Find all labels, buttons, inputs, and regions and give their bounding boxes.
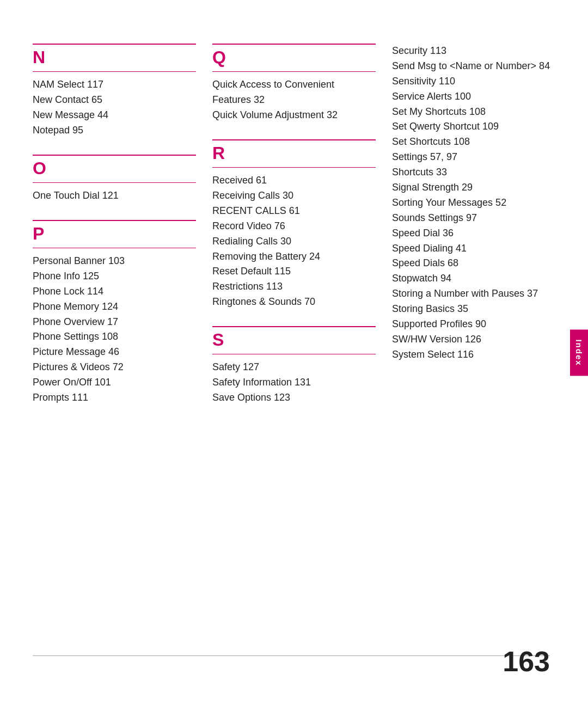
entry-storing-number-pauses: Storing a Number with Pauses 37 — [392, 286, 555, 302]
entry-pictures-videos: Pictures & Videos 72 — [33, 360, 196, 375]
section-header-P: P — [33, 220, 196, 243]
section-divider-Q — [212, 71, 376, 72]
entry-notepad: Notepad 95 — [33, 123, 196, 138]
column-2: Q Quick Access to Convenient Features 32… — [212, 44, 392, 422]
entry-safety-information: Safety Information 131 — [212, 375, 376, 390]
page: N NAM Select 117 New Contact 65 New Mess… — [0, 0, 588, 705]
section-letter-S: S — [212, 330, 224, 350]
section-header-Q: Q — [212, 44, 376, 67]
entry-settings: Settings 57, 97 — [392, 150, 555, 165]
section-N: N NAM Select 117 New Contact 65 New Mess… — [33, 44, 196, 138]
entry-sw-hw-version: SW/HW Version 126 — [392, 332, 555, 347]
entry-nam-select: NAM Select 117 — [33, 77, 196, 93]
entry-personal-banner: Personal Banner 103 — [33, 254, 196, 269]
entry-new-contact: New Contact 65 — [33, 93, 196, 108]
entry-sorting-messages: Sorting Your Messages 52 — [392, 195, 555, 211]
entry-record-video: Record Video 76 — [212, 219, 376, 234]
section-S-continued: Security 113 Send Msg to <Name or Number… — [392, 44, 555, 363]
entry-power-on-off: Power On/Off 101 — [33, 375, 196, 390]
section-R: R Received 61 Receiving Calls 30 RECENT … — [212, 139, 376, 310]
entry-phone-settings: Phone Settings 108 — [33, 329, 196, 345]
section-letter-O: O — [33, 158, 46, 178]
entry-restrictions: Restrictions 113 — [212, 279, 376, 295]
section-divider-P — [33, 248, 196, 248]
section-header-R: R — [212, 139, 376, 163]
section-S: S Safety 127 Safety Information 131 Save… — [212, 326, 376, 406]
entry-prompts: Prompts 111 — [33, 390, 196, 406]
entry-set-qwerty-shortcut: Set Qwerty Shortcut 109 — [392, 119, 555, 134]
bottom-rule — [33, 655, 550, 656]
entry-signal-strength: Signal Strength 29 — [392, 180, 555, 195]
entry-phone-overview: Phone Overview 17 — [33, 315, 196, 330]
entry-new-message: New Message 44 — [33, 108, 196, 123]
entry-recent-calls: RECENT CALLS 61 — [212, 204, 376, 219]
entry-speed-dial: Speed Dial 36 — [392, 226, 555, 241]
section-O: O One Touch Dial 121 — [33, 155, 196, 204]
entry-one-touch-dial: One Touch Dial 121 — [33, 188, 196, 204]
entry-picture-message: Picture Message 46 — [33, 345, 196, 360]
column-3: Security 113 Send Msg to <Name or Number… — [392, 44, 555, 422]
entry-removing-battery: Removing the Battery 24 — [212, 249, 376, 265]
section-divider-N — [33, 71, 196, 72]
entry-phone-lock: Phone Lock 114 — [33, 284, 196, 299]
entry-security: Security 113 — [392, 44, 555, 59]
entry-speed-dialing: Speed Dialing 41 — [392, 241, 555, 256]
section-letter-P: P — [33, 224, 44, 243]
entry-sounds-settings: Sounds Settings 97 — [392, 211, 555, 226]
entry-sensitivity: Sensitivity 110 — [392, 74, 555, 89]
index-tab: Index — [570, 329, 588, 376]
entry-phone-info: Phone Info 125 — [33, 269, 196, 284]
section-divider-O — [33, 182, 196, 183]
entry-quick-access: Quick Access to Convenient Features 32 — [212, 77, 376, 108]
entry-stopwatch: Stopwatch 94 — [392, 271, 555, 286]
entry-ringtones-sounds: Ringtones & Sounds 70 — [212, 295, 376, 310]
entry-storing-basics: Storing Basics 35 — [392, 302, 555, 317]
columns-wrapper: N NAM Select 117 New Contact 65 New Mess… — [33, 44, 555, 422]
section-P: P Personal Banner 103 Phone Info 125 Pho… — [33, 220, 196, 406]
section-letter-R: R — [212, 143, 225, 163]
entry-reset-default: Reset Default 115 — [212, 264, 376, 279]
entry-supported-profiles: Supported Profiles 90 — [392, 317, 555, 332]
entry-safety: Safety 127 — [212, 360, 376, 375]
entry-receiving-calls: Receiving Calls 30 — [212, 188, 376, 204]
entry-phone-memory: Phone Memory 124 — [33, 299, 196, 315]
section-header-S: S — [212, 326, 376, 350]
section-header-O: O — [33, 155, 196, 178]
entry-redialing-calls: Redialing Calls 30 — [212, 234, 376, 249]
entry-shortcuts: Shortcuts 33 — [392, 165, 555, 180]
entry-received: Received 61 — [212, 173, 376, 188]
entry-send-msg: Send Msg to <Name or Number> 84 — [392, 59, 555, 74]
page-number: 163 — [503, 645, 550, 678]
section-letter-Q: Q — [212, 47, 226, 67]
entry-speed-dials: Speed Dials 68 — [392, 256, 555, 271]
entry-set-shortcuts: Set Shortcuts 108 — [392, 134, 555, 150]
entry-set-my-shortcuts: Set My Shortcuts 108 — [392, 105, 555, 120]
entry-quick-volume: Quick Volume Adjustment 32 — [212, 108, 376, 123]
entry-save-options: Save Options 123 — [212, 390, 376, 406]
section-letter-N: N — [33, 47, 45, 67]
column-1: N NAM Select 117 New Contact 65 New Mess… — [33, 44, 212, 422]
section-Q: Q Quick Access to Convenient Features 32… — [212, 44, 376, 123]
entry-service-alerts: Service Alerts 100 — [392, 89, 555, 105]
entry-system-select: System Select 116 — [392, 347, 555, 363]
section-header-N: N — [33, 44, 196, 67]
section-divider-S — [212, 354, 376, 354]
section-divider-R — [212, 167, 376, 168]
